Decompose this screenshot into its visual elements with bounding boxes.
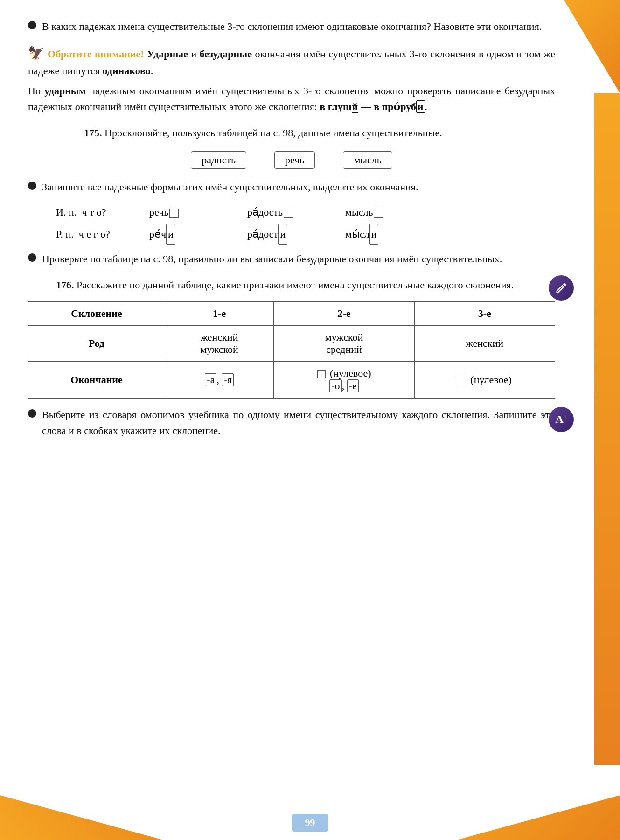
cell-rod-2e: мужскойсредний	[274, 325, 414, 361]
bullet-dot-last	[28, 409, 36, 418]
row-rod: Род женскиймужской мужскойсредний женски…	[28, 325, 555, 361]
ex175-text: Просклоняйте, пользуясь таблицей на с. 9…	[102, 127, 442, 139]
ending-rp-mysl: и	[369, 224, 379, 245]
box-nulevoe-3	[458, 377, 466, 385]
box-ip-mysl	[374, 209, 383, 218]
attention-bold2: безударные	[200, 48, 252, 60]
word-mysl: мысль	[343, 151, 392, 169]
cell-okon-1e: -а, -я	[165, 361, 273, 398]
attention-udarnym: ударным	[44, 85, 86, 97]
form-rp-rech: ре́чи	[149, 224, 247, 245]
attention-label: Обратите внимание!	[48, 48, 144, 60]
a-icon-circle: A+	[549, 407, 574, 432]
case-rp-label: Р. п. ч е г о?	[56, 224, 149, 244]
bullet-dot-1	[28, 21, 36, 29]
forms-table: И. п. ч т о? речь ра́дость мысль Р. п. ч…	[56, 203, 555, 245]
bullet-dot-3	[28, 253, 36, 262]
attention-line-2: По ударным падежным окончаниям имён суще…	[28, 83, 555, 115]
attention-bold1: Ударные	[147, 48, 188, 60]
bullet-last-container: Выберите из словаря омонимов учебника по…	[28, 407, 555, 439]
cell-okon-label: Окончание	[28, 361, 165, 398]
cell-okon-2e: (нулевое) -о, -е	[274, 361, 414, 398]
form-rp-radost: ра́дости	[247, 224, 345, 245]
ending-e: -е	[347, 379, 359, 392]
bullet-text-3: Проверьте по таблице на с. 98, правильно…	[42, 251, 502, 267]
box-ip-rech	[169, 209, 179, 218]
word-radost: радость	[191, 151, 246, 169]
ex176-number: 176.	[28, 279, 74, 291]
ending-rp-rech: и	[166, 224, 175, 245]
bird-icon: 🦅	[28, 46, 45, 60]
ending-a: -а	[205, 373, 216, 386]
attention-example1: в глушй	[320, 101, 358, 113]
ex176-text: Расскажите по данной таблице, какие приз…	[74, 279, 514, 291]
form-ip-rech: речь	[149, 203, 247, 222]
ex175-number: 175.	[56, 127, 102, 139]
forms-row-rp: Р. п. ч е г о? ре́чи ра́дости мы́сли	[56, 224, 555, 245]
row-okonchaniye: Окончание -а, -я (нулевое) -о, -е (нулев…	[28, 361, 555, 398]
page-content: В каких падежах имена существительные 3-…	[0, 0, 592, 474]
page-number: 99	[292, 814, 328, 832]
pen-icon	[555, 281, 568, 294]
cell-okon-3e: (нулевое)	[414, 361, 555, 398]
pen-icon-circle	[549, 275, 574, 301]
col-header-1e: 1-е	[165, 301, 273, 325]
ending-ya: -я	[222, 373, 233, 386]
bullet-dot-2	[28, 182, 36, 190]
bullet-item-1: В каких падежах имена существительные 3-…	[28, 19, 555, 35]
bullet-item-last: Выберите из словаря омонимов учебника по…	[28, 407, 555, 439]
box-nulevoe-2	[317, 370, 326, 378]
ending-o: -о	[329, 379, 341, 392]
case-ip-label: И. п. ч т о?	[56, 203, 149, 222]
col-header-3e: 3-е	[414, 301, 555, 325]
ending-rp-radost: и	[278, 224, 287, 245]
bullet-text-last: Выберите из словаря омонимов учебника по…	[42, 407, 555, 439]
attention-line-1: 🦅Обратите внимание! Ударные и безударные…	[28, 43, 555, 79]
declension-table: Склонение 1-е 2-е 3-е Род женскиймужской…	[28, 301, 555, 399]
form-rp-mysl: мы́сли	[345, 224, 443, 245]
col-header-2e: 2-е	[274, 301, 414, 325]
cell-rod-1e: женскиймужской	[165, 325, 273, 361]
attention-bold3: одинаково	[102, 65, 150, 77]
cell-rod-3e: женский	[414, 325, 555, 361]
bullet-text-2: Запишите все падежные формы этих имён су…	[42, 179, 418, 195]
attention-sep: —	[358, 101, 374, 112]
word-rech: речь	[274, 151, 315, 169]
cell-rod-label: Род	[28, 325, 165, 361]
bullet-text-1: В каких падежах имена существительные 3-…	[42, 19, 542, 35]
form-ip-radost: ра́дость	[247, 203, 345, 222]
box-ip-radost	[284, 209, 293, 218]
attention-example2: в про́руби	[374, 100, 425, 113]
attention-block: 🦅Обратите внимание! Ударные и безударные…	[28, 43, 555, 115]
a-icon: A+	[556, 413, 567, 426]
col-header-sklonenie: Склонение	[28, 301, 165, 325]
bullet-item-3: Проверьте по таблице на с. 98, правильно…	[28, 251, 555, 267]
ex176-header: 176. Расскажите по данной таблице, какие…	[28, 277, 555, 293]
bullet-item-2: Запишите все падежные формы этих имён су…	[28, 179, 555, 195]
form-ip-mysl: мысль	[345, 203, 443, 222]
deco-right-bar	[594, 93, 620, 765]
ex175-header: 175. Просклоняйте, пользуясь таблицей на…	[28, 125, 555, 141]
forms-row-ip: И. п. ч т о? речь ра́дость мысль	[56, 203, 555, 222]
words-row: радость речь мысль	[28, 151, 555, 169]
